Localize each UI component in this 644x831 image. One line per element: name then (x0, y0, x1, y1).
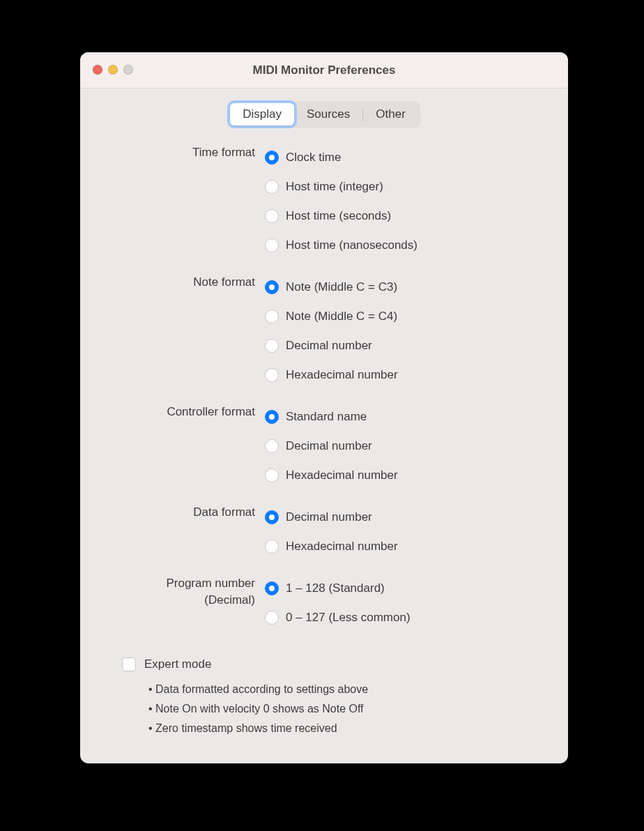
bullet-item: • Note On with velocity 0 shows as Note … (148, 699, 540, 719)
program-number-label: Program number (Decimal) (108, 574, 265, 609)
radio-icon (265, 468, 279, 482)
radio-icon (265, 540, 279, 554)
data-format-row: Data format Decimal number Hexadecimal n… (108, 503, 540, 561)
radio-icon (265, 510, 279, 524)
expert-bullets: • Data formatted according to settings a… (148, 680, 540, 738)
option-label: 1 – 128 (Standard) (286, 581, 385, 595)
option-label: Decimal number (286, 339, 372, 353)
radio-option[interactable]: Host time (nanoseconds) (265, 231, 540, 260)
radio-icon (265, 611, 279, 625)
radio-option[interactable]: 0 – 127 (Less common) (265, 603, 540, 632)
controller-format-row: Controller format Standard name Decimal … (108, 402, 540, 490)
option-label: Host time (seconds) (286, 209, 391, 223)
option-label: Decimal number (286, 510, 372, 524)
tab-segment: Display Sources Other (228, 101, 420, 128)
expert-mode-label: Expert mode (144, 657, 211, 671)
radio-option[interactable]: Note (Middle C = C4) (265, 302, 540, 331)
tab-other[interactable]: Other (363, 103, 418, 125)
bullet-item: • Data formatted according to settings a… (148, 680, 540, 699)
radio-option[interactable]: Decimal number (265, 331, 540, 360)
controller-format-label: Controller format (108, 402, 265, 422)
radio-option[interactable]: Hexadecimal number (265, 532, 540, 561)
radio-option[interactable]: Note (Middle C = C3) (265, 273, 540, 302)
option-label: 0 – 127 (Less common) (286, 611, 411, 625)
time-format-row: Time format Clock time Host time (intege… (108, 143, 540, 260)
form: Time format Clock time Host time (intege… (80, 130, 568, 652)
radio-option[interactable]: Decimal number (265, 503, 540, 532)
radio-icon (265, 368, 279, 382)
tabs: Display Sources Other (80, 89, 568, 130)
expert-mode-checkbox-row[interactable]: Expert mode (122, 657, 540, 671)
close-icon[interactable] (93, 65, 102, 75)
option-label: Hexadecimal number (286, 468, 398, 482)
radio-icon (265, 339, 279, 353)
program-number-label-line2: (Decimal) (108, 592, 255, 609)
expert-block: Expert mode • Data formatted according t… (80, 652, 568, 763)
program-number-options: 1 – 128 (Standard) 0 – 127 (Less common) (265, 574, 540, 632)
traffic-lights (93, 65, 133, 75)
option-label: Decimal number (286, 439, 372, 453)
radio-icon (265, 209, 279, 223)
radio-option[interactable]: Decimal number (265, 432, 540, 461)
radio-icon (265, 310, 279, 323)
note-format-label: Note format (108, 273, 265, 292)
radio-icon (265, 439, 279, 453)
option-label: Note (Middle C = C4) (286, 310, 397, 323)
option-label: Hexadecimal number (286, 540, 398, 554)
radio-option[interactable]: Hexadecimal number (265, 360, 540, 390)
note-format-options: Note (Middle C = C3) Note (Middle C = C4… (265, 273, 540, 390)
radio-icon (265, 180, 279, 194)
radio-option[interactable]: Hexadecimal number (265, 461, 540, 490)
controller-format-options: Standard name Decimal number Hexadecimal… (265, 402, 540, 490)
option-label: Hexadecimal number (286, 368, 398, 382)
bullet-text: Data formatted according to settings abo… (155, 683, 368, 695)
radio-option[interactable]: Clock time (265, 143, 540, 172)
checkbox-icon (122, 657, 136, 671)
bullet-text: Zero timestamp shows time received (155, 722, 337, 734)
radio-icon (265, 238, 279, 252)
note-format-row: Note format Note (Middle C = C3) Note (M… (108, 273, 540, 390)
time-format-options: Clock time Host time (integer) Host time… (265, 143, 540, 260)
radio-icon (265, 151, 279, 165)
radio-option[interactable]: Host time (seconds) (265, 201, 540, 231)
bullet-item: • Zero timestamp shows time received (148, 719, 540, 738)
tab-sources[interactable]: Sources (294, 103, 362, 125)
preferences-window: MIDI Monitor Preferences Display Sources… (80, 52, 568, 763)
data-format-options: Decimal number Hexadecimal number (265, 503, 540, 561)
radio-option[interactable]: 1 – 128 (Standard) (265, 574, 540, 603)
maximize-icon (123, 65, 133, 75)
minimize-icon[interactable] (108, 65, 118, 75)
program-number-row: Program number (Decimal) 1 – 128 (Standa… (108, 574, 540, 632)
radio-icon (265, 410, 279, 424)
radio-icon (265, 581, 279, 595)
data-format-label: Data format (108, 503, 265, 522)
bullet-text: Note On with velocity 0 shows as Note Of… (155, 703, 364, 715)
option-label: Host time (nanoseconds) (286, 238, 417, 252)
titlebar: MIDI Monitor Preferences (80, 52, 568, 89)
program-number-label-line1: Program number (108, 575, 255, 592)
tab-display[interactable]: Display (230, 103, 294, 125)
option-label: Host time (integer) (286, 180, 383, 194)
time-format-label: Time format (108, 143, 265, 162)
window-title: MIDI Monitor Preferences (253, 63, 396, 77)
radio-option[interactable]: Standard name (265, 402, 540, 432)
option-label: Note (Middle C = C3) (286, 280, 397, 294)
radio-icon (265, 280, 279, 294)
radio-option[interactable]: Host time (integer) (265, 172, 540, 201)
option-label: Standard name (286, 410, 367, 424)
option-label: Clock time (286, 151, 341, 165)
